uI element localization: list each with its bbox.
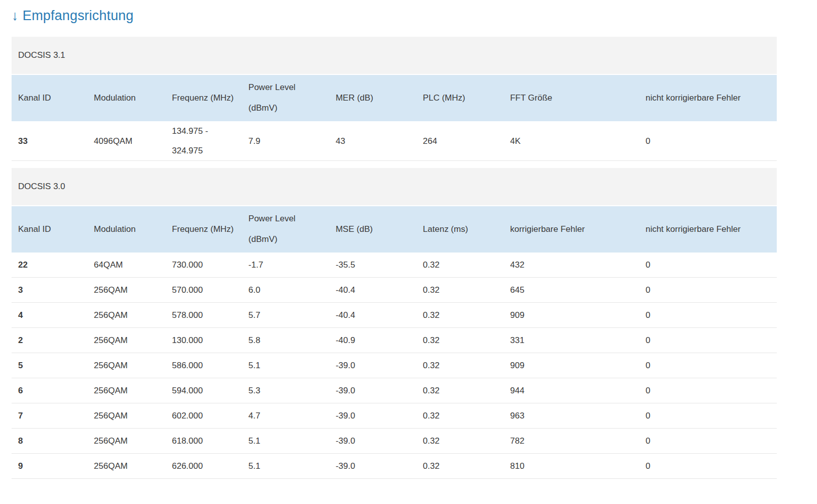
table-cell: 602.000 — [166, 403, 242, 429]
column-header: Kanal ID — [12, 206, 88, 253]
table-cell: 0 — [639, 121, 777, 161]
table-row: 9256QAM626.0005.1-39.00.328100 — [12, 454, 777, 479]
table-row: 2264QAM730.000-1.7-35.50.324320 — [12, 253, 777, 278]
column-header: korrigierbare Fehler — [504, 206, 639, 253]
table-cell: 5.7 — [242, 303, 329, 328]
table-cell: 0 — [639, 303, 777, 328]
table-cell: 256QAM — [88, 278, 166, 303]
column-header: Power Level (dBmV) — [242, 206, 329, 253]
table-cell: 5 — [12, 353, 88, 378]
docsis-table-0: DOCSIS 3.1Kanal IDModulationFrequenz (MH… — [12, 37, 777, 161]
table-cell: -39.0 — [329, 454, 416, 479]
table-cell: -39.0 — [329, 429, 416, 454]
table-cell: 5.8 — [242, 328, 329, 353]
table-cell: 0 — [639, 378, 777, 403]
table-cell: -40.4 — [329, 303, 416, 328]
table-cell: 0 — [639, 328, 777, 353]
table-cell: 0.32 — [417, 303, 504, 328]
table-cell: 0.32 — [417, 353, 504, 378]
table-cell: 6.0 — [242, 278, 329, 303]
table-cell: 810 — [504, 454, 639, 479]
table-cell: 0.32 — [417, 378, 504, 403]
page-title-text: Empfangsrichtung — [23, 8, 134, 23]
table-cell: 0.32 — [417, 328, 504, 353]
table-cell: 0 — [639, 253, 777, 278]
table-cell: 782 — [504, 429, 639, 454]
table-caption: DOCSIS 3.0 — [12, 168, 777, 206]
table-cell: 432 — [504, 253, 639, 278]
table-cell: 6 — [12, 378, 88, 403]
table-cell: 3 — [12, 278, 88, 303]
column-header: PLC (MHz) — [417, 74, 504, 121]
table-cell: 0 — [639, 429, 777, 454]
table-cell: 256QAM — [88, 303, 166, 328]
table-cell: -39.0 — [329, 378, 416, 403]
table-cell: 64QAM — [88, 253, 166, 278]
table-cell: 5.1 — [242, 353, 329, 378]
table-row: 8256QAM618.0005.1-39.00.327820 — [12, 429, 777, 454]
table-cell: 626.000 — [166, 454, 242, 479]
table-cell: 130.000 — [166, 328, 242, 353]
table-cell: -39.0 — [329, 353, 416, 378]
column-header: Power Level (dBmV) — [242, 74, 329, 121]
table-caption: DOCSIS 3.1 — [12, 37, 777, 74]
table-cell: 944 — [504, 378, 639, 403]
table-cell: 618.000 — [166, 429, 242, 454]
table-cell: 0.32 — [417, 429, 504, 454]
table-cell: 33 — [12, 121, 88, 161]
table-cell: 5.1 — [242, 429, 329, 454]
column-header: Latenz (ms) — [417, 206, 504, 253]
table-cell: 256QAM — [88, 378, 166, 403]
table-cell: 8 — [12, 429, 88, 454]
table-row: 7256QAM602.0004.7-39.00.329630 — [12, 403, 777, 429]
table-cell: 256QAM — [88, 454, 166, 479]
table-cell: 134.975 - 324.975 — [166, 121, 242, 161]
column-header: nicht korrigierbare Fehler — [639, 74, 777, 121]
tables-container: DOCSIS 3.1Kanal IDModulationFrequenz (MH… — [12, 37, 777, 479]
table-cell: 0 — [639, 403, 777, 429]
table-cell: 909 — [504, 353, 639, 378]
table-cell: 256QAM — [88, 429, 166, 454]
table-row: 5256QAM586.0005.1-39.00.329090 — [12, 353, 777, 378]
table-row: 6256QAM594.0005.3-39.00.329440 — [12, 378, 777, 403]
column-header: Frequenz (MHz) — [166, 206, 242, 253]
table-cell: 331 — [504, 328, 639, 353]
table-cell: 4.7 — [242, 403, 329, 429]
table-row: 3256QAM570.0006.0-40.40.326450 — [12, 278, 777, 303]
table-cell: 5.3 — [242, 378, 329, 403]
column-header: nicht korrigierbare Fehler — [639, 206, 777, 253]
table-cell: 730.000 — [166, 253, 242, 278]
table-row: 2256QAM130.0005.8-40.90.323310 — [12, 328, 777, 353]
table-cell: 7 — [12, 403, 88, 429]
docsis-table-1: DOCSIS 3.0Kanal IDModulationFrequenz (MH… — [12, 168, 777, 479]
column-header: Kanal ID — [12, 74, 88, 121]
table-cell: 594.000 — [166, 378, 242, 403]
table-cell: -35.5 — [329, 253, 416, 278]
column-header: Modulation — [88, 206, 166, 253]
table-cell: 256QAM — [88, 353, 166, 378]
table-cell: -40.9 — [329, 328, 416, 353]
column-header: FFT Größe — [504, 74, 639, 121]
table-cell: 4K — [504, 121, 639, 161]
column-header: MSE (dB) — [329, 206, 416, 253]
table-cell: 0 — [639, 353, 777, 378]
table-cell: 0.32 — [417, 253, 504, 278]
table-cell: 2 — [12, 328, 88, 353]
table-cell: 0 — [639, 278, 777, 303]
table-cell: 22 — [12, 253, 88, 278]
table-cell: 0.32 — [417, 403, 504, 429]
table-cell: 0.32 — [417, 454, 504, 479]
table-cell: -40.4 — [329, 278, 416, 303]
table-cell: 578.000 — [166, 303, 242, 328]
table-cell: 4 — [12, 303, 88, 328]
table-cell: 0 — [639, 454, 777, 479]
page: ↓Empfangsrichtung DOCSIS 3.1Kanal IDModu… — [0, 0, 817, 504]
column-header: MER (dB) — [329, 74, 416, 121]
table-cell: 909 — [504, 303, 639, 328]
table-cell: -39.0 — [329, 403, 416, 429]
table-cell: -1.7 — [242, 253, 329, 278]
table-row: 4256QAM578.0005.7-40.40.329090 — [12, 303, 777, 328]
table-cell: 570.000 — [166, 278, 242, 303]
table-cell: 4096QAM — [88, 121, 166, 161]
table-cell: 9 — [12, 454, 88, 479]
